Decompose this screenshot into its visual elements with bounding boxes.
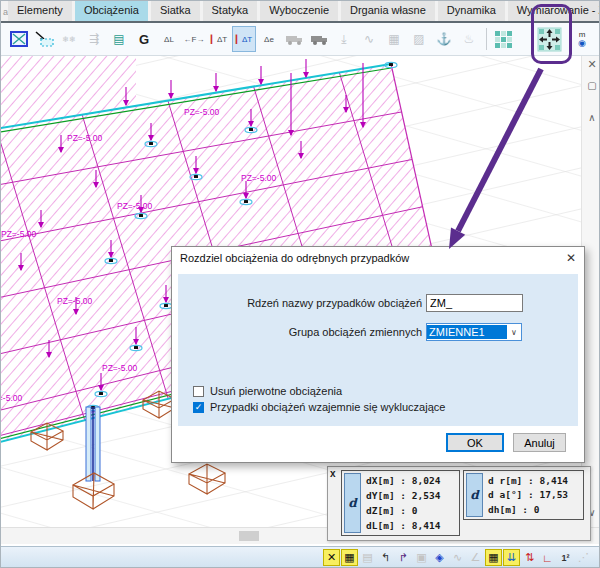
delta-t-label: ΔT [242, 35, 252, 44]
variable-group-label: Grupa obciążeń zmiennych [178, 326, 422, 338]
remove-original-loads-checkbox[interactable] [193, 386, 204, 397]
up-down-arrows-icon: ⇅ [525, 551, 534, 564]
coordinate-panel-close-icon[interactable]: x [330, 468, 340, 479]
plate-element-icon [9, 29, 29, 49]
load-label: PZ=-5.00 [102, 363, 137, 373]
scroll-up-icon[interactable]: ∧ [582, 112, 600, 123]
prev-view-button[interactable]: ↰ [377, 549, 394, 566]
curve-snap-button[interactable]: ∿ [449, 549, 466, 566]
moving-load-button[interactable] [307, 26, 331, 52]
cancel-button[interactable]: Anuluj [513, 433, 566, 452]
fire-icon: ♨ [464, 32, 475, 46]
split-loads-dialog: Rozdziel obciążenia do odrębnych przypad… [171, 246, 585, 463]
cut-off-text: a [1, 1, 8, 21]
load-label: PZ=-5.00 [184, 107, 219, 117]
crane-load-button[interactable]: ⚓ [432, 26, 456, 52]
distribute-loads-button[interactable] [536, 26, 563, 52]
mass-unit-button[interactable]: m ◉ [570, 26, 594, 52]
snow-load-button[interactable]: ❄❄ [57, 26, 81, 52]
coord-dl: dL[m] : 8,414 [366, 520, 440, 531]
node-diamond-icon: ◈ [435, 551, 443, 564]
elongation-load-button[interactable]: ΔL [157, 26, 181, 52]
angle-snap-button[interactable]: ∠ [467, 549, 484, 566]
wind-load-button[interactable]: ⇶ [82, 26, 106, 52]
dialog-close-icon[interactable]: ✕ [566, 251, 576, 265]
case-name-root-input[interactable] [426, 294, 523, 312]
dialog-title: Rozdziel obciążenia do odrębnych przypad… [180, 252, 409, 264]
show-loads-button[interactable]: ⇊ [503, 549, 520, 566]
ribbon-tab-bar: a Elementy Obciążenia Siatka Statyka Wyb… [1, 1, 599, 23]
fire-load-button[interactable]: ♨ [457, 26, 481, 52]
tab-siatka[interactable]: Siatka [151, 1, 200, 21]
selection-mode-button[interactable]: ✕ [323, 549, 340, 566]
toolbar-separator [486, 28, 487, 50]
selected-group: ZMIENNE1 [427, 325, 507, 339]
delta-e-icon: Δe [264, 35, 274, 44]
diagonal-button[interactable]: ⋰ [575, 549, 592, 566]
tab-elementy[interactable]: Elementy [8, 1, 72, 21]
skewed-grid-icon: ▨ [413, 32, 424, 46]
load-label: PZ=-5.00 [117, 201, 152, 211]
thermal-gradient-button[interactable]: ▎ ΔT [232, 26, 256, 52]
soil-pressure-button[interactable]: ▤ [107, 26, 131, 52]
restore-window-icon[interactable]: ▢ [582, 80, 600, 91]
force-load-button[interactable]: ←F→ [182, 26, 206, 52]
show-grid-button[interactable]: ▦ [485, 549, 502, 566]
numbering-button[interactable]: 1² [557, 549, 574, 566]
thermal-load-button[interactable]: ▎ ΔT [207, 26, 231, 52]
tab-drgania-wlasne[interactable]: Drgania własne [341, 1, 435, 21]
load-toolbar: ❄❄ ⇶ ▤ G ΔL ←F→ ▎ ΔT ▎ ΔT Δe ⤓ ∿ ▦ [1, 23, 599, 56]
ok-button[interactable]: OK [446, 433, 504, 452]
dead-load-button[interactable]: G [132, 26, 156, 52]
chevron-down-icon: ∨ [507, 328, 521, 337]
grid-icon: ▦ [488, 551, 498, 564]
curve-icon: ∿ [453, 551, 462, 564]
coord-dr: d r[m] : 8,414 [488, 475, 568, 486]
load-label: PZ=-5.00 [57, 296, 92, 306]
scrollbar-thumb[interactable] [239, 531, 259, 541]
slab-grid-button[interactable] [491, 26, 515, 52]
tab-statyka[interactable]: Statyka [203, 1, 258, 21]
move-load-button[interactable] [32, 26, 56, 52]
child-close-icon[interactable]: ✕ [582, 58, 600, 71]
tab-wymiarowanie-zelbet[interactable]: Wymiarowanie - Żelbet [508, 1, 600, 21]
next-view-button[interactable]: ↱ [395, 549, 412, 566]
vehicle-load-button[interactable] [282, 26, 306, 52]
delta-mode-button[interactable]: d [466, 473, 483, 517]
axes-button[interactable]: ∟ [539, 549, 556, 566]
delta-mode-button[interactable]: d [344, 473, 361, 533]
grid-snap-button[interactable]: ▦ [341, 549, 358, 566]
mesh-load-skew-button[interactable]: ▨ [407, 26, 431, 52]
snap-toolbar: ✕ ▦ ▤ ↰ ↱ ▣ ◈ ∿ ∠ ▦ ⇊ ⇅ ∟ 1² ⋰ [323, 549, 593, 566]
teal-grid-icon [493, 29, 513, 49]
force-icon: ←F→ [184, 35, 205, 44]
coord-dx: dX[m] : 8,024 [366, 475, 440, 486]
retaining-wall-icon: ▤ [113, 32, 124, 46]
polar-delta-box: d d r[m] : 8,414 d a[°] : 17,53 dh[m] : … [463, 470, 584, 520]
load-label: PZ=-5.00 [67, 133, 102, 143]
reactions-button[interactable]: ⇅ [521, 549, 538, 566]
imperfection-load-button[interactable]: Δe [257, 26, 281, 52]
app-window: a Elementy Obciążenia Siatka Statyka Wyb… [0, 0, 600, 568]
surface-load-button[interactable] [7, 26, 31, 52]
influence-line-button[interactable]: ∿ [357, 26, 381, 52]
coordinate-panel: x d dX[m] : 8,024 dY[m] : 2,534 dZ[m] : … [327, 466, 591, 541]
variable-group-select[interactable]: ZMIENNE1 ∨ [426, 323, 522, 341]
gravity-icon: G [139, 32, 149, 47]
list-button[interactable]: ▤ [359, 549, 376, 566]
mutually-exclusive-checkbox[interactable]: ✓ [193, 402, 204, 413]
node-snap-button[interactable]: ◈ [431, 549, 448, 566]
tab-wyboczenie[interactable]: Wyboczenie [260, 1, 338, 21]
name-root-label: Rdzeń nazwy przypadków obciążeń [178, 297, 422, 309]
down-load-icon: ⤓ [341, 32, 346, 46]
box-select-button[interactable]: ▣ [413, 549, 430, 566]
forward-arrow-icon: ↱ [399, 551, 408, 564]
coord-dh: dh[m] : 0 [488, 504, 568, 515]
mesh-load-button[interactable]: ▦ [382, 26, 406, 52]
settlement-load-button[interactable]: ⤓ [332, 26, 356, 52]
curve-icon: ∿ [364, 32, 374, 46]
tab-dynamika[interactable]: Dynamika [438, 1, 505, 21]
load-label: PZ=-5.00 [1, 393, 22, 403]
coord-dy: dY[m] : 2,534 [366, 490, 440, 501]
tab-obciazenia[interactable]: Obciążenia [75, 1, 148, 21]
